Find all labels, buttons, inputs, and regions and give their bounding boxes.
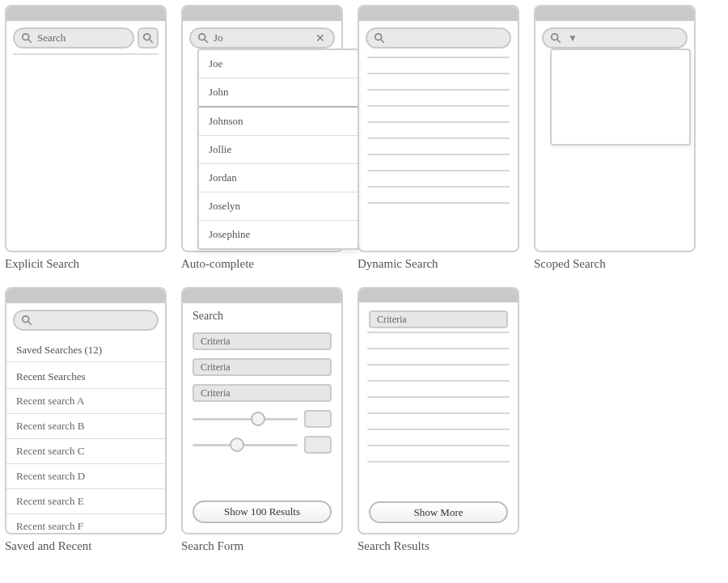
search-bar bbox=[366, 27, 511, 49]
criteria-field[interactable]: Criteria bbox=[369, 311, 508, 328]
saved-searches-heading[interactable]: Saved Searches (12) bbox=[6, 336, 165, 358]
device-frame: Search bbox=[5, 5, 167, 252]
slider-1[interactable] bbox=[193, 410, 332, 428]
slider-thumb-icon[interactable] bbox=[251, 412, 265, 426]
slider-2[interactable] bbox=[193, 436, 332, 454]
device-statusbar bbox=[6, 6, 165, 21]
search-submit-button[interactable] bbox=[138, 27, 159, 49]
autocomplete-item[interactable]: Joe bbox=[199, 50, 358, 78]
search-icon bbox=[142, 32, 154, 44]
autocomplete-item[interactable]: Johnson bbox=[199, 108, 358, 136]
panel-saved-recent: Saved Searches (12) Recent Searches Rece… bbox=[5, 287, 167, 553]
recent-search-item[interactable]: Recent search D bbox=[6, 464, 165, 489]
autocomplete-item[interactable]: Jordan bbox=[199, 164, 358, 192]
svg-line-3 bbox=[150, 40, 153, 43]
result-row[interactable] bbox=[367, 105, 510, 107]
autocomplete-dropdown: JoeJohnJohnsonJollieJordanJoselynJosephi… bbox=[197, 49, 359, 250]
svg-line-11 bbox=[28, 322, 32, 325]
search-icon bbox=[374, 32, 385, 44]
scope-popover[interactable] bbox=[550, 49, 691, 146]
device-frame: Saved Searches (12) Recent Searches Rece… bbox=[5, 287, 167, 534]
result-row[interactable] bbox=[367, 445, 510, 446]
search-input[interactable] bbox=[366, 27, 511, 49]
result-row[interactable] bbox=[367, 73, 510, 74]
result-row[interactable] bbox=[367, 364, 510, 365]
recent-search-item[interactable]: Recent search C bbox=[6, 439, 165, 464]
panel-explicit-search: Search Explicit Search bbox=[5, 5, 167, 271]
slider-value-box[interactable] bbox=[304, 410, 332, 428]
result-row[interactable] bbox=[367, 170, 510, 171]
clear-icon[interactable]: ✕ bbox=[314, 32, 327, 45]
device-statusbar bbox=[535, 6, 694, 21]
criteria-label: Criteria bbox=[201, 387, 231, 399]
criteria-field-2[interactable]: Criteria bbox=[193, 358, 332, 376]
slider-track bbox=[193, 444, 298, 446]
search-input[interactable]: Search bbox=[13, 27, 134, 49]
slider-track bbox=[193, 418, 298, 420]
search-input[interactable] bbox=[13, 310, 159, 331]
svg-line-5 bbox=[205, 40, 208, 43]
svg-line-9 bbox=[557, 40, 561, 43]
button-label: Show More bbox=[413, 506, 463, 519]
result-row[interactable] bbox=[367, 89, 510, 91]
svg-line-7 bbox=[381, 40, 384, 43]
panel-caption: Scoped Search bbox=[534, 257, 696, 271]
result-row[interactable] bbox=[367, 186, 510, 188]
device-statusbar bbox=[359, 6, 518, 21]
device-frame: ▼ bbox=[534, 5, 696, 252]
device-frame: Criteria Show More bbox=[358, 287, 519, 534]
recent-search-item[interactable]: Recent search A bbox=[6, 389, 165, 414]
autocomplete-item[interactable]: Joselyn bbox=[199, 192, 358, 221]
panel-caption: Auto-complete bbox=[181, 257, 343, 271]
search-bar: Search bbox=[13, 27, 159, 49]
search-bar bbox=[13, 310, 159, 331]
search-input[interactable]: Jo ✕ bbox=[189, 27, 335, 49]
slider-thumb-icon[interactable] bbox=[230, 437, 244, 452]
criteria-label: Criteria bbox=[201, 361, 231, 374]
result-row[interactable] bbox=[367, 57, 510, 58]
device-frame bbox=[358, 5, 519, 252]
panel-search-form: Search Criteria Criteria Criteria bbox=[181, 287, 343, 553]
autocomplete-item[interactable]: John bbox=[199, 78, 358, 108]
recent-searches-list: Recent search ARecent search BRecent sea… bbox=[6, 389, 165, 534]
result-row[interactable] bbox=[367, 412, 510, 414]
results-list bbox=[367, 57, 510, 204]
search-icon bbox=[21, 32, 32, 44]
criteria-summary: Criteria bbox=[359, 304, 518, 328]
result-row[interactable] bbox=[367, 154, 510, 155]
result-row[interactable] bbox=[367, 348, 510, 349]
recent-search-item[interactable]: Recent search B bbox=[6, 414, 165, 439]
show-results-button[interactable]: Show 100 Results bbox=[193, 501, 332, 523]
show-more-button[interactable]: Show More bbox=[369, 501, 508, 523]
search-bar: Jo ✕ bbox=[189, 27, 335, 49]
result-row[interactable] bbox=[367, 461, 510, 463]
autocomplete-item[interactable]: Jollie bbox=[199, 136, 358, 164]
form-title: Search bbox=[193, 310, 332, 323]
button-label: Show 100 Results bbox=[224, 505, 300, 518]
result-row[interactable] bbox=[367, 429, 510, 430]
device-statusbar bbox=[183, 289, 341, 303]
search-icon bbox=[21, 315, 32, 326]
result-row[interactable] bbox=[367, 380, 510, 382]
criteria-label: Criteria bbox=[377, 314, 407, 326]
result-row[interactable] bbox=[367, 121, 510, 123]
autocomplete-item[interactable]: Josephine bbox=[199, 221, 358, 248]
divider bbox=[13, 53, 159, 55]
panel-dynamic-search: Dynamic Search bbox=[358, 5, 519, 271]
search-input[interactable]: ▼ bbox=[542, 27, 688, 49]
panel-caption: Search Form bbox=[181, 539, 343, 553]
result-row[interactable] bbox=[367, 137, 510, 139]
result-row[interactable] bbox=[367, 202, 510, 204]
result-row[interactable] bbox=[367, 332, 510, 333]
device-frame: Jo ✕ JoeJohnJohnsonJollieJordanJoselynJo… bbox=[181, 5, 343, 252]
result-row[interactable] bbox=[367, 396, 510, 398]
search-icon bbox=[197, 32, 209, 44]
scope-chevron-icon[interactable]: ▼ bbox=[568, 32, 578, 44]
recent-search-item[interactable]: Recent search E bbox=[6, 489, 165, 514]
recent-search-item[interactable]: Recent search F bbox=[6, 514, 165, 534]
recent-searches-heading: Recent Searches bbox=[6, 362, 165, 385]
criteria-field-1[interactable]: Criteria bbox=[193, 332, 332, 350]
slider-value-box[interactable] bbox=[304, 436, 332, 454]
criteria-label: Criteria bbox=[201, 336, 231, 348]
criteria-field-3[interactable]: Criteria bbox=[193, 384, 332, 402]
